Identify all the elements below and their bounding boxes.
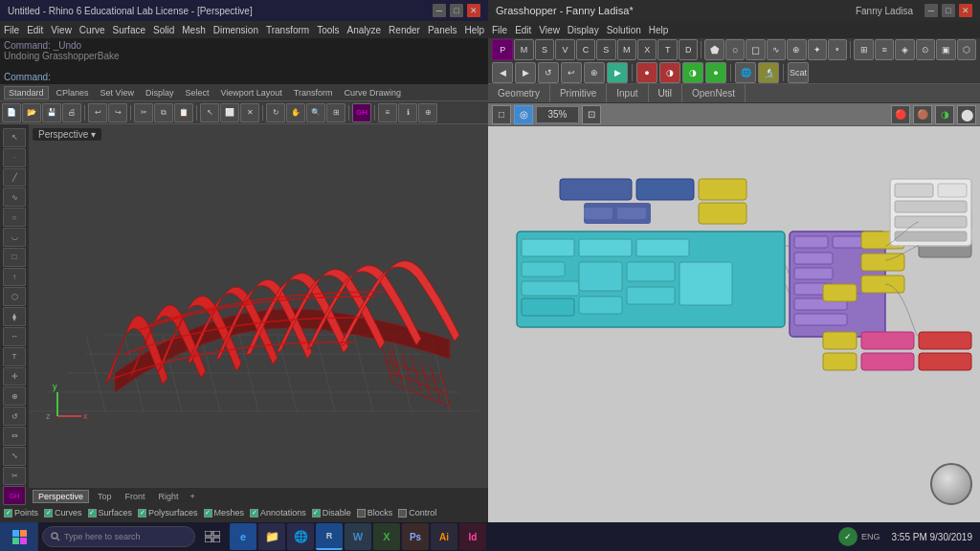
gh-r2-8[interactable]: ◑ [659, 62, 680, 83]
gh-zoom-input[interactable] [536, 106, 579, 123]
tab-transform[interactable]: Transform [290, 87, 337, 99]
menu-surface[interactable]: Surface [113, 25, 145, 35]
left-extrude[interactable]: ↑ [3, 268, 26, 287]
copy-btn[interactable]: ⧉ [154, 103, 173, 122]
tab-viewport-layout[interactable]: Viewport Layout [216, 87, 285, 99]
snap-polysurfaces[interactable]: Polysurfaces [138, 508, 198, 518]
menu-transform[interactable]: Transform [266, 25, 309, 35]
snap-ann-cb[interactable] [250, 509, 258, 518]
viewport-tab-right[interactable]: Right [154, 491, 184, 502]
left-trim[interactable]: ✂ [3, 467, 26, 486]
gh-r2-7[interactable]: ● [636, 62, 657, 83]
left-solid[interactable]: ⬡ [3, 287, 26, 306]
gh-canvas-btn-4[interactable]: ⬤ [957, 105, 976, 124]
left-select[interactable]: ↖ [3, 128, 26, 147]
gh-r2-5[interactable]: ⊕ [584, 62, 605, 83]
gh-icon-1[interactable]: ⬟ [704, 39, 724, 60]
gh-r2-12[interactable]: 🔬 [758, 62, 779, 83]
deselect-btn[interactable]: ✕ [240, 103, 259, 122]
gh-cat-geometry[interactable]: Geometry [488, 84, 550, 102]
gh-tool-9[interactable]: T [657, 39, 677, 60]
gh-cat-opennest[interactable]: OpenNest [682, 84, 746, 102]
gh-r2-3[interactable]: ↺ [538, 62, 559, 83]
pan-btn[interactable]: ✋ [286, 103, 305, 122]
rotate-btn[interactable]: ↻ [266, 103, 285, 122]
gh-menu-file[interactable]: File [492, 25, 507, 35]
gh-r2-11[interactable]: 🌐 [735, 62, 756, 83]
new-btn[interactable]: 📄 [2, 103, 21, 122]
start-button[interactable] [0, 522, 38, 551]
gh-icon-3[interactable]: ◻ [746, 39, 765, 60]
taskbar-app-rhino[interactable]: R [316, 523, 343, 550]
snap-lights-cb[interactable] [312, 509, 321, 518]
left-line[interactable]: ╱ [3, 168, 26, 187]
gh-icon-11[interactable]: ⊙ [916, 39, 935, 60]
left-scale[interactable]: ⤡ [3, 447, 26, 466]
left-gh[interactable]: GH [3, 486, 26, 505]
gh-cat-util[interactable]: Util [649, 84, 682, 102]
gh-canvas-btn-1[interactable]: 🔴 [891, 105, 910, 124]
layer-btn[interactable]: ≡ [378, 103, 397, 122]
gh-tool-3[interactable]: S [535, 39, 554, 60]
left-mirror[interactable]: ⇔ [3, 427, 26, 446]
gh-nav-ball[interactable] [930, 463, 972, 505]
gh-menu-view[interactable]: View [539, 25, 560, 35]
taskbar-app-edge[interactable]: e [230, 523, 256, 550]
gh-tool-5[interactable]: C [576, 39, 595, 60]
tray-gh-indicator[interactable]: ✓ [838, 527, 858, 546]
gh-canvas-view[interactable]: ◎ [514, 105, 533, 124]
menu-panels[interactable]: Panels [428, 25, 457, 35]
minimize-btn[interactable]: ─ [433, 4, 446, 17]
paste-btn[interactable]: 📋 [174, 103, 193, 122]
menu-help[interactable]: Help [465, 25, 485, 35]
props-btn[interactable]: ℹ [398, 103, 417, 122]
gh-r2-9[interactable]: ◑ [682, 62, 703, 83]
tab-curve-drawing[interactable]: Curve Drawing [341, 87, 406, 99]
taskbar-app-explorer[interactable]: 📁 [258, 523, 285, 550]
gh-menu-help[interactable]: Help [649, 25, 669, 35]
taskbar-app-ai[interactable]: Ai [431, 523, 457, 550]
close-btn[interactable]: ✕ [467, 4, 480, 17]
print-btn[interactable]: 🖨 [62, 103, 81, 122]
gh-icon-6[interactable]: ✦ [808, 39, 827, 60]
gh-minimize-btn[interactable]: ─ [924, 4, 938, 17]
viewport-tab-front[interactable]: Front [121, 491, 150, 502]
snap-points-cb[interactable] [4, 509, 12, 518]
menu-dimension[interactable]: Dimension [213, 25, 258, 35]
snap-surfaces[interactable]: Surfaces [88, 508, 133, 518]
gh-r2-2[interactable]: ▶ [515, 62, 536, 83]
gh-close-btn[interactable]: ✕ [959, 4, 972, 17]
gh-tool-6[interactable]: S [596, 39, 615, 60]
snap-meshes[interactable]: Meshes [204, 508, 245, 518]
menu-curve[interactable]: Curve [79, 25, 105, 35]
menu-render[interactable]: Render [389, 25, 420, 35]
save-btn[interactable]: 💾 [42, 103, 61, 122]
gh-btn[interactable]: GH [352, 103, 371, 122]
gh-r2-10[interactable]: ● [705, 62, 726, 83]
taskbar-app-excel[interactable]: X [373, 523, 400, 550]
left-circle[interactable]: ○ [3, 208, 26, 227]
snap-surfaces-cb[interactable] [88, 509, 97, 518]
gh-icon-10[interactable]: ◈ [895, 39, 914, 60]
cut-btn[interactable]: ✂ [134, 103, 153, 122]
gh-icon-2[interactable]: ○ [725, 39, 745, 60]
viewport-label[interactable]: Perspective ▾ [33, 128, 101, 141]
left-copy[interactable]: ⊕ [3, 386, 26, 406]
left-srf[interactable]: □ [3, 248, 26, 267]
gh-zoom-fit[interactable]: ⊡ [582, 105, 601, 124]
gh-cat-input[interactable]: Input [607, 84, 648, 102]
tab-display[interactable]: Display [142, 87, 178, 99]
gh-menu-display[interactable]: Display [568, 25, 599, 35]
gh-tool-8[interactable]: X [637, 39, 657, 60]
gh-r2-1[interactable]: ◀ [492, 62, 513, 83]
left-move[interactable]: ✛ [3, 367, 26, 386]
gh-canvas-toggle[interactable]: □ [492, 105, 511, 124]
gh-tool-2[interactable]: M [514, 39, 533, 60]
gh-icon-4[interactable]: ∿ [767, 39, 786, 60]
gh-r2-13[interactable]: Scat [788, 62, 809, 83]
tab-cplanes[interactable]: CPlanes [53, 87, 93, 99]
gh-icon-5[interactable]: ⊕ [787, 39, 806, 60]
gh-menu-solution[interactable]: Solution [607, 25, 641, 35]
menu-view[interactable]: View [51, 25, 72, 35]
zoom-ext-btn[interactable]: ⊞ [326, 103, 345, 122]
